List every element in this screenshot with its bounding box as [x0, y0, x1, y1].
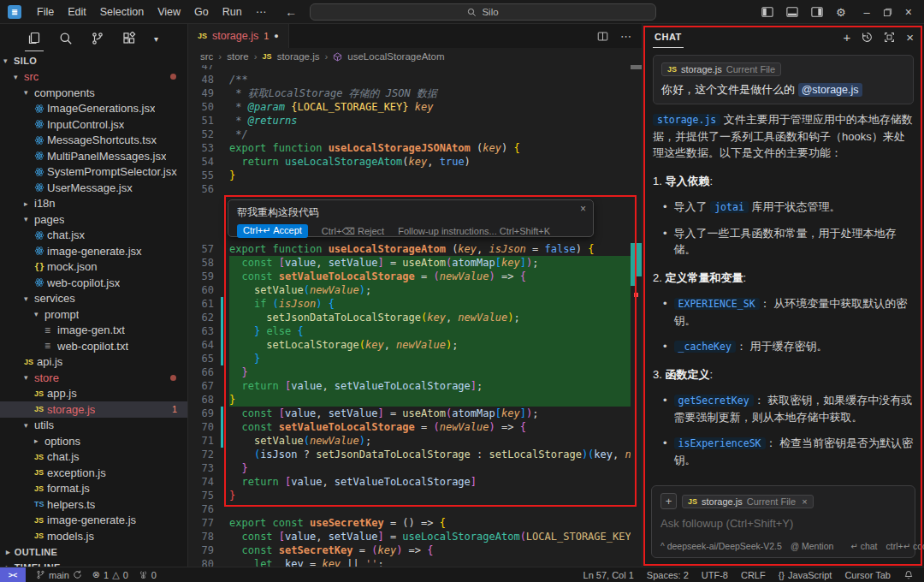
- tree-item-services[interactable]: ▾services: [0, 291, 187, 307]
- context-chip[interactable]: JS storage.js Current File: [661, 62, 781, 76]
- accept-button[interactable]: Ctrl+↵ Accept: [237, 224, 308, 238]
- source-control-icon[interactable]: [91, 32, 104, 45]
- breadcrumb-src[interactable]: src: [200, 51, 213, 62]
- remove-chip-icon[interactable]: ×: [802, 496, 807, 507]
- code-line-70[interactable]: 70 const setValueToLocalStorage = (newVa…: [188, 420, 642, 434]
- breadcrumb-store[interactable]: store: [227, 51, 249, 62]
- cursor-position[interactable]: Ln 57, Col 1: [583, 570, 634, 580]
- code-line-59[interactable]: 59 const setValueToLocalStorage = (newVa…: [188, 270, 642, 283]
- tree-item-image-gen-txt[interactable]: ≡image-gen.txt: [0, 323, 187, 339]
- context-chip[interactable]: JS storage.js Current File ×: [682, 495, 814, 508]
- tree-item-prompt[interactable]: ▾prompt: [0, 306, 187, 323]
- tab-storage-js[interactable]: JS storage.js 1 ●: [188, 24, 289, 48]
- more-actions-icon[interactable]: ⋯: [620, 30, 631, 43]
- menu-view[interactable]: View: [151, 6, 187, 18]
- notifications-bell-icon[interactable]: [903, 570, 914, 580]
- close-window-button[interactable]: ×: [905, 5, 912, 19]
- tree-item-app-js[interactable]: JSapp.js: [0, 386, 187, 402]
- close-chat-icon[interactable]: ×: [906, 30, 914, 45]
- close-icon[interactable]: ×: [580, 203, 586, 215]
- chat-input-box[interactable]: + JS storage.js Current File × Ask follo…: [651, 485, 915, 558]
- tree-item-mock-json[interactable]: {}mock.json: [0, 259, 187, 276]
- outline-section[interactable]: ▸ OUTLINE: [0, 544, 187, 560]
- code-line-47[interactable]: 47: [188, 65, 642, 73]
- language-mode[interactable]: {}JavaScript: [779, 570, 832, 580]
- code-line-55[interactable]: 55}: [188, 169, 642, 182]
- tree-item-silo[interactable]: ▾SILO: [0, 53, 187, 69]
- model-selector[interactable]: ^ deepseek-ai/DeepSeek-V2.5: [660, 541, 782, 551]
- code-line-69[interactable]: 69 const [value, setValue] = useAtom(ato…: [188, 407, 642, 420]
- send-chat-hint[interactable]: ↵ chat: [850, 541, 877, 551]
- menu-file[interactable]: File: [30, 6, 61, 18]
- code-line-74[interactable]: 74 return [value, setValueToLocalStorage…: [188, 475, 642, 489]
- tree-item-web-copilot-txt[interactable]: ≡web-copilot.txt: [0, 338, 187, 354]
- layout-sidebar-right-icon[interactable]: [811, 6, 823, 18]
- menu-edit[interactable]: Edit: [61, 6, 93, 18]
- code-line-56[interactable]: 56: [188, 182, 642, 196]
- menu-go[interactable]: Go: [187, 6, 216, 18]
- code-line-48[interactable]: 48/**: [188, 73, 642, 86]
- breadcrumb-symbol[interactable]: useLocalStorageAtom: [347, 51, 444, 62]
- tab-chat[interactable]: CHAT: [653, 26, 684, 48]
- code-line-57[interactable]: 57export function useLocalStorageAtom (k…: [188, 242, 642, 256]
- extensions-icon[interactable]: [122, 32, 136, 45]
- tree-item-chat-jsx[interactable]: chat.jsx: [0, 228, 187, 244]
- ports-item[interactable]: 0: [139, 570, 157, 580]
- menu-run[interactable]: Run: [216, 6, 249, 18]
- tree-item-src[interactable]: ▾src: [0, 69, 187, 86]
- add-context-button[interactable]: +: [660, 493, 677, 509]
- menu-item[interactable]: ⋯: [249, 5, 274, 18]
- explorer-icon[interactable]: [27, 32, 41, 45]
- tree-item-image-generate-jsx[interactable]: image-generate.jsx: [0, 243, 187, 259]
- indentation[interactable]: Spaces: 2: [647, 570, 689, 580]
- code-line-58[interactable]: 58 const [value, setValue] = useAtom(ato…: [188, 256, 642, 270]
- tree-item-messageshortcuts-tsx[interactable]: MessageShortcuts.tsx: [0, 133, 187, 149]
- tree-item-exception-js[interactable]: JSexception.js: [0, 465, 187, 481]
- tree-item-components[interactable]: ▾components: [0, 85, 187, 101]
- back-arrow-icon[interactable]: ←: [285, 5, 297, 19]
- tree-item-format-js[interactable]: JSformat.js: [0, 481, 187, 497]
- code-line-51[interactable]: 51 * @returns: [188, 114, 642, 128]
- code-line-68[interactable]: 68}: [188, 393, 642, 407]
- code-line-79[interactable]: 79 const setSecretKey = (key) => {: [188, 543, 642, 557]
- chevron-down-icon[interactable]: ▾: [154, 34, 158, 44]
- code-line-61[interactable]: 61 if (isJson) {: [188, 297, 642, 311]
- code-line-52[interactable]: 52 */: [188, 128, 642, 141]
- code-line-77[interactable]: 77export const useSecretKey = () => {: [188, 516, 642, 530]
- layout-sidebar-left-icon[interactable]: [761, 6, 773, 18]
- timeline-section[interactable]: ▸ TIMELINE: [0, 560, 187, 567]
- code-line-72[interactable]: 72 (isJson ? setJsonDataToLocalStorage :…: [188, 448, 642, 461]
- code-line-63[interactable]: 63 } else {: [188, 324, 642, 338]
- cursor-tab-toggle[interactable]: Cursor Tab: [844, 570, 891, 580]
- tree-item-helpers-ts[interactable]: TShelpers.ts: [0, 496, 187, 513]
- minimap-slider[interactable]: [631, 65, 642, 69]
- tree-item-web-copilot-jsx[interactable]: web-copilot.jsx: [0, 275, 187, 291]
- code-line-71[interactable]: 71 setValue(newValue);: [188, 434, 642, 448]
- tree-item-options[interactable]: ▸options: [0, 433, 187, 449]
- code-line-78[interactable]: 78 const [value, setValue] = useLocalSto…: [188, 530, 642, 543]
- code-line-54[interactable]: 54 return useLocalStorageAtom(key, true): [188, 155, 642, 169]
- codebase-hint[interactable]: ctrl+↵ codebase ^: [886, 541, 924, 551]
- tree-item-inputcontrol-jsx[interactable]: InputControl.jsx: [0, 116, 187, 133]
- tree-item-storage-js[interactable]: JSstorage.js1: [0, 401, 187, 418]
- code-line-60[interactable]: 60 setValue(newValue);: [188, 283, 642, 297]
- split-editor-icon[interactable]: [597, 31, 608, 42]
- settings-gear-icon[interactable]: ⚙: [836, 6, 846, 19]
- code-line-73[interactable]: 73 }: [188, 461, 642, 475]
- tree-item-multipanelmessages-jsx[interactable]: MultiPanelMessages.jsx: [0, 148, 187, 164]
- tree-item-usermessage-jsx[interactable]: UserMessage.jsx: [0, 180, 187, 196]
- eol-sequence[interactable]: CRLF: [741, 570, 766, 580]
- followup-instructions-button[interactable]: Follow-up instructions... Ctrl+Shift+K: [398, 226, 550, 236]
- new-chat-icon[interactable]: +: [843, 30, 850, 45]
- reject-button[interactable]: Ctrl+⌫ Reject: [322, 226, 384, 237]
- tree-item-i18n[interactable]: ▸i18n: [0, 196, 187, 212]
- layout-panel-icon[interactable]: [786, 6, 798, 18]
- code-line-75[interactable]: 75}: [188, 489, 642, 502]
- tree-item-models-js[interactable]: JSmodels.js: [0, 528, 187, 544]
- code-area[interactable]: 4748/**49 * 获取LocalStorage 存储的 JSON 数据50…: [188, 65, 642, 567]
- unsaved-dot-icon[interactable]: ●: [274, 32, 278, 40]
- tree-item-api-js[interactable]: JSapi.js: [0, 354, 187, 371]
- tree-item-chat-js[interactable]: JSchat.js: [0, 449, 187, 466]
- file-mention[interactable]: @storage.js: [798, 83, 862, 97]
- remote-indicator[interactable]: ><: [0, 567, 26, 582]
